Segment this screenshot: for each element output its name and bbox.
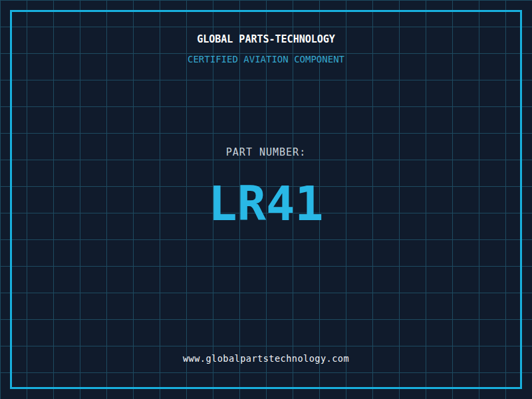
company-title: GLOBAL PARTS-TECHNOLOGY bbox=[0, 33, 532, 45]
part-number-value: LR41 bbox=[0, 180, 532, 227]
part-number-label: PART NUMBER: bbox=[0, 146, 532, 158]
certification-subtitle: CERTIFIED AVIATION COMPONENT bbox=[0, 54, 532, 65]
website-url: www.globalpartstechnology.com bbox=[0, 353, 532, 364]
part-label-page: { "label": { "title": "GLOBAL PARTS-TECH… bbox=[0, 0, 532, 399]
